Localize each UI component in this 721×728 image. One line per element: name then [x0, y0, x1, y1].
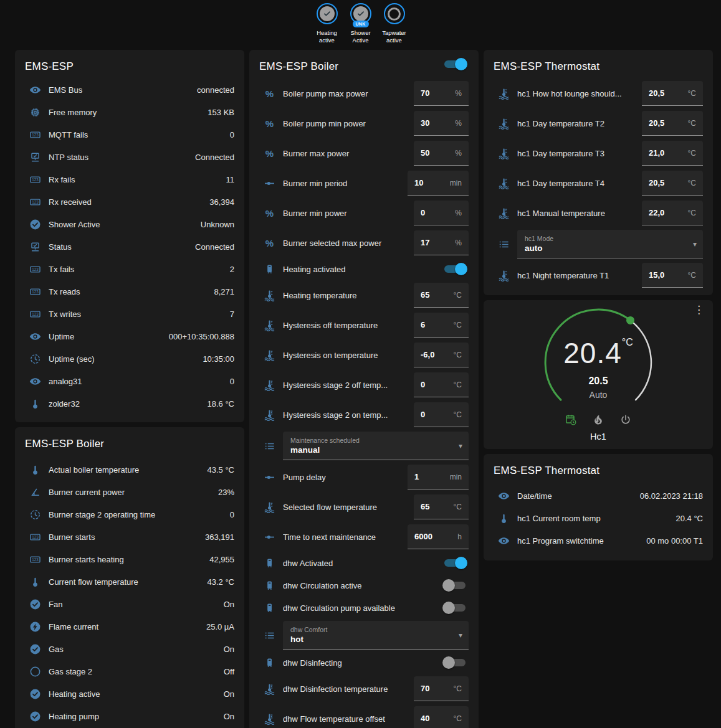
toggle-switch[interactable] [442, 656, 467, 669]
number-input[interactable]: 65°C [414, 494, 469, 519]
select-input[interactable]: Maintenance scheduledmanual▾ [283, 432, 469, 460]
entity-row[interactable]: Current flow temperature43.2 °C [25, 570, 234, 593]
row-label: hc1 Manual temperature [517, 209, 642, 218]
eye-icon [498, 490, 510, 502]
thermometer-water-icon [264, 501, 275, 513]
row-label: EMS Bus [49, 85, 197, 95]
number-input[interactable]: -6,0°C [414, 343, 469, 367]
control-row: %Boiler pump min power30% [259, 108, 469, 138]
entity-row[interactable]: EMS Busconnected [25, 78, 234, 101]
list-icon [498, 239, 510, 250]
entity-row[interactable]: Actual boiler temperature43.5 °C [25, 458, 234, 481]
row-label: Current flow temperature [49, 577, 207, 587]
entity-row[interactable]: Burner starts363,191 [25, 526, 234, 548]
row-label: Gas stage 2 [49, 667, 224, 676]
entity-row[interactable]: Uptime000+10:35:00.888 [25, 325, 234, 347]
number-input[interactable]: 1min [408, 465, 469, 489]
row-label: hc1 Program switchtime [517, 536, 646, 546]
entity-row[interactable]: FanOn [25, 593, 234, 615]
percent-icon: % [264, 118, 275, 130]
entity-row[interactable]: Tx fails2 [25, 258, 234, 280]
number-input[interactable]: 6000h [408, 524, 469, 549]
card-title: EMS-ESP Boiler [259, 50, 338, 78]
counter-icon [29, 554, 41, 565]
number-input[interactable]: 30% [414, 111, 469, 136]
select-input[interactable]: hc1 Modeauto▾ [517, 230, 703, 258]
entity-row[interactable]: hc1 Current room temp20.4 °C [494, 507, 703, 529]
entity-row[interactable]: Burner stage 2 operating time0 [25, 503, 234, 526]
fire-icon[interactable] [592, 414, 604, 426]
number-input[interactable]: 0% [414, 201, 469, 225]
row-label: Tx fails [49, 265, 230, 274]
entity-row[interactable]: Burner starts heating42,955 [25, 548, 234, 570]
thermometer-water-icon [264, 409, 275, 421]
entity-row[interactable]: Burner current power23% [25, 481, 234, 503]
number-input[interactable]: 21,0°C [642, 141, 703, 166]
toggle-switch[interactable] [442, 579, 467, 592]
check-icon [353, 6, 368, 21]
row-value: On [224, 712, 234, 721]
toggle-switch[interactable] [442, 263, 467, 275]
badge-heating-active[interactable]: Heating active [313, 3, 341, 46]
entity-row[interactable]: Shower ActiveUnknown [25, 213, 234, 235]
counter-icon [29, 286, 41, 298]
select-input[interactable]: dhw Comforthot▾ [283, 621, 469, 650]
number-input[interactable]: 22,0°C [642, 201, 703, 225]
number-input[interactable]: 70% [414, 81, 469, 106]
number-input[interactable]: 20,5°C [642, 171, 703, 196]
row-label: Uptime (sec) [49, 354, 203, 364]
entity-row[interactable]: Flame current25.0 µA [25, 615, 234, 638]
calendar-clock-icon[interactable] [565, 414, 577, 426]
row-label: Boiler pump min power [283, 119, 414, 128]
card-power-toggle[interactable] [442, 58, 467, 70]
number-input[interactable]: 20,5°C [642, 111, 703, 136]
row-label: Status [49, 242, 195, 252]
percent-icon: % [264, 207, 275, 219]
number-input[interactable]: 0°C [414, 372, 469, 397]
entity-row[interactable]: Rx fails11 [25, 168, 234, 191]
entity-row[interactable]: Free memory153 KB [25, 101, 234, 123]
entity-row[interactable]: StatusConnected [25, 235, 234, 258]
toggle-switch[interactable] [442, 602, 467, 614]
number-input[interactable]: 40°C [414, 706, 469, 728]
entity-row[interactable]: MQTT fails0 [25, 123, 234, 146]
power-icon[interactable] [619, 414, 632, 426]
entity-row[interactable]: Rx received36,394 [25, 191, 234, 213]
row-label: analog31 [49, 377, 230, 386]
row-value: 0 [230, 510, 234, 519]
thermometer-water-icon [264, 319, 275, 331]
card-ems-esp-boiler-controls: EMS-ESP Boiler %Boiler pump max power70%… [249, 50, 479, 728]
number-input[interactable]: 15,0°C [642, 263, 703, 288]
entity-row[interactable]: hc1 Program switchtime00 mo 00:00 T1 [494, 529, 703, 552]
entity-row[interactable]: zolder3218.6 °C [25, 392, 234, 415]
badge-shower-active[interactable]: UNK Shower Active [346, 3, 375, 46]
entity-row[interactable]: NTP statusConnected [25, 146, 234, 168]
more-options-icon[interactable]: ⋮ [694, 305, 704, 315]
entity-row[interactable]: analog310 [25, 370, 234, 392]
number-input[interactable]: 0°C [414, 402, 469, 427]
entity-row[interactable]: Tx reads8,271 [25, 280, 234, 303]
entity-row[interactable]: GasOn [25, 638, 234, 660]
number-input[interactable]: 10min [408, 171, 469, 196]
control-row: dhw Circulation pump available [259, 597, 469, 619]
entity-row[interactable]: Uptime (sec)10:35:00 [25, 347, 234, 370]
entity-row[interactable]: Heating pumpOn [25, 705, 234, 727]
entity-row[interactable]: Date/time06.02.2023 21:18 [494, 485, 703, 507]
number-input[interactable]: 20,5°C [642, 81, 703, 106]
slider-icon [264, 471, 275, 483]
row-value: 36,394 [209, 197, 234, 207]
entity-row[interactable]: Gas stage 2Off [25, 660, 234, 683]
entity-row[interactable]: Tx writes7 [25, 303, 234, 325]
row-label: Pump delay [283, 473, 408, 482]
number-input[interactable]: 6°C [414, 313, 469, 338]
entity-row[interactable]: Heating activeOn [25, 683, 234, 705]
eye-icon [498, 535, 510, 547]
number-input[interactable]: 50% [414, 141, 469, 166]
toggle-switch[interactable] [442, 557, 467, 569]
control-row: Time to next maintenance6000h [259, 522, 469, 552]
row-label: hc1 Day temperature T2 [517, 119, 642, 128]
badge-tapwater-active[interactable]: Tapwater active [380, 3, 409, 46]
number-input[interactable]: 70°C [414, 676, 469, 701]
number-input[interactable]: 65°C [414, 283, 469, 308]
number-input[interactable]: 17% [414, 230, 469, 255]
